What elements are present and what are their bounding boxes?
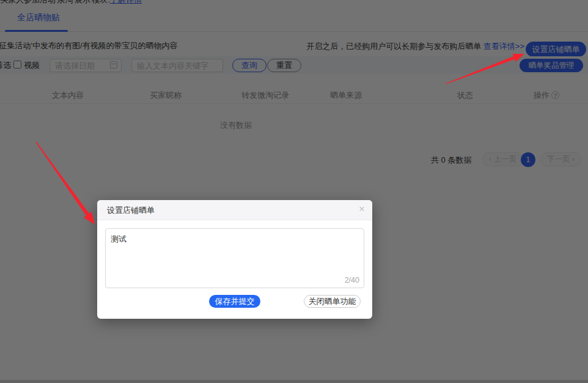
setup-store-share-dialog: 设置店铺晒单 × 测试 2/40 保存并提交 关闭晒单功能: [97, 200, 372, 319]
close-feature-button[interactable]: 关闭晒单功能: [304, 295, 361, 308]
share-text-field[interactable]: 测试: [105, 228, 364, 288]
dialog-header: 设置店铺晒单 ×: [97, 200, 372, 220]
dialog-title: 设置店铺晒单: [107, 205, 155, 216]
char-counter: 2/40: [345, 276, 359, 284]
save-submit-button[interactable]: 保存并提交: [209, 295, 260, 308]
modal-backdrop: [0, 0, 588, 383]
share-text-field-wrap: 测试 2/40: [105, 228, 364, 288]
close-icon[interactable]: ×: [359, 203, 365, 215]
